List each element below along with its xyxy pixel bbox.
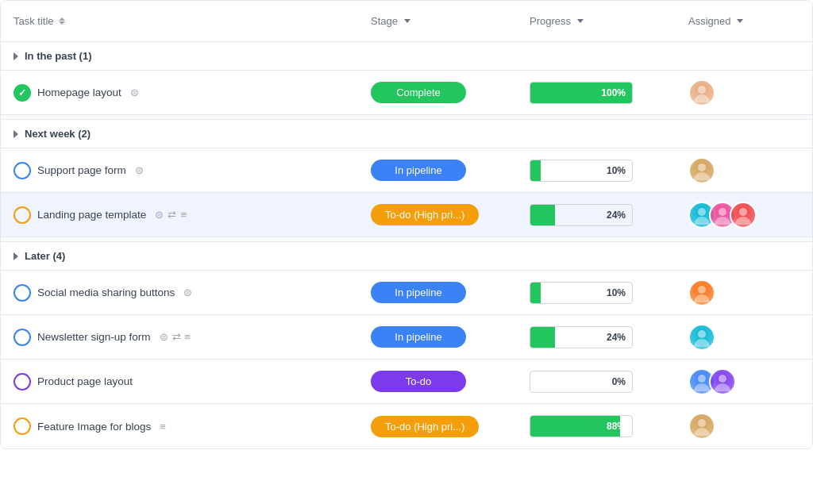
group-label: Later (4)	[25, 250, 65, 262]
header-progress[interactable]: Progress	[517, 9, 676, 33]
group-header-later[interactable]: Later (4)	[1, 242, 812, 271]
task-meta: ≡	[160, 421, 166, 433]
stage-badge[interactable]: Complete	[371, 82, 466, 103]
table-row: Social media sharing buttons ⊜ In pipeli…	[1, 271, 812, 315]
task-status-icon[interactable]	[13, 84, 31, 102]
group-label: In the past (1)	[25, 50, 92, 62]
svg-point-3	[719, 208, 726, 216]
task-name: Landing page template	[37, 209, 146, 221]
task-status-icon[interactable]	[13, 206, 31, 224]
task-meta: ⊜⇄≡	[155, 209, 187, 221]
attachment-icon[interactable]: ⊜	[135, 164, 144, 176]
progress-bar: 10%	[530, 282, 633, 304]
stage-badge[interactable]: In pipeline	[371, 326, 466, 348]
attachment-icon[interactable]: ⊜	[183, 287, 192, 298]
progress-cell: 24%	[517, 320, 676, 355]
list-icon[interactable]: ≡	[160, 421, 166, 433]
list-icon[interactable]: ≡	[180, 209, 187, 221]
task-name: Newsletter sign-up form	[37, 331, 151, 343]
svg-point-9	[698, 419, 706, 427]
svg-point-6	[698, 330, 706, 338]
task-status-icon[interactable]	[13, 373, 31, 391]
table-body: In the past (1) Homepage layout ⊜ Comple…	[1, 42, 812, 448]
stage-badge[interactable]: In pipeline	[371, 282, 466, 303]
task-meta: ⊜	[130, 87, 139, 98]
header-assigned[interactable]: Assigned	[676, 9, 811, 33]
group-chevron-icon	[13, 52, 18, 60]
list-icon[interactable]: ≡	[185, 331, 191, 343]
assigned-cell	[676, 273, 811, 313]
task-title-cell: Feature Image for blogs ≡	[1, 410, 358, 443]
table-header: Task title Stage Progress Assigned	[1, 1, 812, 42]
table-row: Support page form ⊜ In pipeline 10%	[1, 148, 812, 193]
avatar	[688, 413, 715, 440]
refresh-icon[interactable]: ⇄	[168, 209, 176, 221]
table-row: Homepage layout ⊜ Complete 100%	[1, 71, 812, 115]
table-row: Feature Image for blogs ≡ To-do (High pr…	[1, 404, 812, 448]
progress-bar: 100%	[530, 82, 633, 104]
progress-text: 0%	[530, 376, 632, 387]
progress-cell: 100%	[517, 75, 676, 110]
avatar-group	[688, 157, 715, 184]
avatar	[730, 202, 757, 229]
task-title-cell: Homepage layout ⊜	[1, 76, 358, 110]
attachment-icon[interactable]: ⊜	[155, 209, 164, 221]
group-label: Next week (2)	[25, 128, 91, 140]
svg-point-1	[698, 164, 706, 171]
table-row: Newsletter sign-up form ⊜⇄≡ In pipeline …	[1, 315, 812, 360]
stage-badge[interactable]: To-do	[371, 371, 466, 392]
task-status-icon[interactable]	[13, 417, 31, 435]
task-status-icon[interactable]	[13, 329, 31, 346]
progress-cell: 10%	[517, 153, 676, 188]
svg-point-4	[739, 208, 747, 216]
task-title-cell: Newsletter sign-up form ⊜⇄≡	[1, 321, 358, 354]
task-name: Support page form	[37, 164, 126, 176]
progress-text: 100%	[530, 87, 632, 98]
stage-cell: In pipeline	[358, 320, 517, 354]
task-name: Social media sharing buttons	[37, 287, 175, 298]
assigned-cell	[676, 362, 811, 402]
progress-text: 10%	[530, 287, 632, 298]
task-table: Task title Stage Progress Assigned In th…	[0, 0, 813, 449]
svg-point-7	[698, 375, 706, 383]
progress-bar: 0%	[530, 371, 633, 393]
assigned-cell	[676, 151, 811, 190]
stage-badge[interactable]: To-do (High pri...)	[371, 204, 479, 225]
table-row: Product page layout To-do 0%	[1, 360, 812, 404]
group-header-in-the-past[interactable]: In the past (1)	[1, 42, 812, 71]
task-meta: ⊜	[183, 287, 192, 298]
group-header-next-week[interactable]: Next week (2)	[1, 120, 812, 148]
task-title-cell: Landing page template ⊜⇄≡	[1, 198, 358, 232]
progress-cell: 24%	[517, 198, 676, 233]
avatar-group	[688, 368, 736, 395]
progress-bar: 10%	[530, 160, 633, 182]
svg-point-2	[698, 208, 706, 216]
attachment-icon[interactable]: ⊜	[130, 87, 139, 98]
chevron-down-icon	[404, 19, 410, 23]
stage-cell: Complete	[358, 75, 517, 110]
svg-point-5	[698, 286, 706, 294]
avatar-group	[688, 324, 715, 351]
task-name: Feature Image for blogs	[37, 421, 151, 433]
stage-badge[interactable]: To-do (High pri...)	[371, 416, 479, 437]
task-status-icon[interactable]	[13, 284, 31, 302]
header-task-title[interactable]: Task title	[1, 9, 358, 33]
stage-cell: In pipeline	[358, 275, 517, 310]
progress-cell: 88%	[517, 409, 676, 444]
sort-icon[interactable]	[59, 17, 65, 25]
stage-cell: To-do (High pri...)	[358, 410, 517, 444]
task-status-icon[interactable]	[13, 162, 31, 179]
progress-text: 24%	[530, 210, 632, 221]
progress-cell: 0%	[517, 364, 676, 399]
svg-point-8	[719, 375, 726, 383]
progress-text: 88%	[530, 421, 632, 432]
svg-point-0	[698, 86, 706, 94]
stage-badge[interactable]: In pipeline	[371, 160, 466, 181]
header-stage[interactable]: Stage	[358, 9, 517, 33]
avatar-group	[688, 202, 757, 229]
assigned-cell	[676, 195, 811, 235]
attachment-icon[interactable]: ⊜	[160, 331, 168, 343]
progress-text: 10%	[530, 165, 632, 176]
progress-bar: 88%	[530, 415, 633, 437]
refresh-icon[interactable]: ⇄	[172, 331, 181, 343]
